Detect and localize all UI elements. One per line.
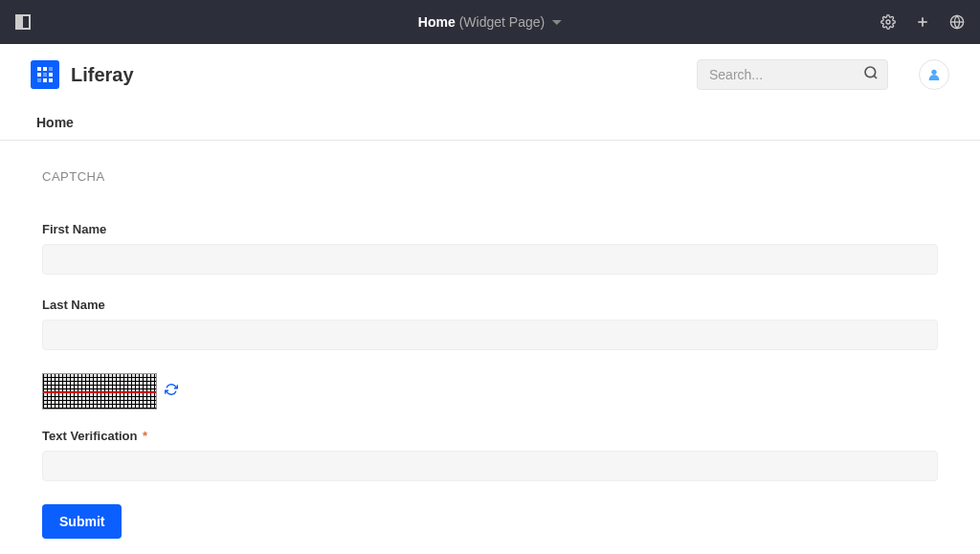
admin-top-bar: Home (Widget Page): [0, 0, 980, 44]
brand-title[interactable]: Liferay: [71, 64, 134, 86]
required-indicator: *: [143, 429, 147, 443]
main-content: CAPTCHA First Name Last Name Text Verifi…: [0, 141, 980, 554]
svg-rect-6: [43, 67, 47, 71]
search-icon: [863, 65, 879, 80]
last-name-input[interactable]: [42, 320, 938, 350]
panel-icon: [15, 14, 31, 30]
site-header: Liferay: [0, 44, 980, 105]
first-name-input[interactable]: [42, 244, 938, 275]
svg-rect-5: [37, 67, 41, 71]
svg-rect-10: [49, 73, 53, 77]
svg-rect-7: [49, 67, 53, 71]
svg-point-16: [931, 70, 936, 75]
svg-line-15: [874, 76, 877, 78]
svg-rect-9: [43, 73, 47, 77]
last-name-group: Last Name: [42, 298, 938, 350]
site-nav: Home: [0, 105, 980, 141]
liferay-logo-icon[interactable]: [31, 60, 59, 89]
logo-svg: [35, 65, 55, 84]
first-name-label: First Name: [42, 222, 938, 236]
search-input[interactable]: [697, 59, 888, 90]
svg-rect-13: [49, 78, 53, 82]
refresh-captcha-button[interactable]: [165, 383, 178, 400]
portlet-title: CAPTCHA: [42, 169, 938, 184]
svg-rect-11: [37, 78, 41, 82]
text-verification-label: Text Verification *: [42, 429, 938, 443]
svg-point-14: [865, 67, 876, 78]
chevron-down-icon: [552, 20, 562, 25]
svg-point-0: [886, 20, 890, 24]
text-verification-label-text: Text Verification: [42, 429, 137, 443]
nav-item-home[interactable]: Home: [31, 105, 79, 140]
svg-rect-8: [37, 73, 41, 77]
page-name: Home: [418, 14, 456, 30]
search-submit-button[interactable]: [863, 65, 879, 84]
last-name-label: Last Name: [42, 298, 938, 312]
user-icon: [926, 67, 942, 82]
refresh-icon: [165, 383, 178, 396]
top-bar-actions: [880, 14, 965, 30]
text-verification-input[interactable]: [42, 451, 938, 481]
svg-rect-12: [43, 78, 47, 82]
text-verification-group: Text Verification *: [42, 429, 938, 481]
toggle-side-panel-button[interactable]: [15, 14, 31, 30]
submit-button[interactable]: Submit: [42, 504, 122, 539]
add-button[interactable]: [915, 14, 930, 30]
simulation-button[interactable]: [949, 14, 965, 30]
page-selector-button[interactable]: Home (Widget Page): [418, 14, 562, 30]
user-menu-button[interactable]: [919, 59, 949, 90]
plus-icon: [915, 14, 930, 30]
search-wrapper: [697, 59, 888, 90]
captcha-row: [42, 373, 938, 410]
globe-icon: [949, 14, 965, 30]
first-name-group: First Name: [42, 222, 938, 275]
page-type: (Widget Page): [459, 14, 545, 30]
gear-icon: [880, 14, 896, 30]
settings-button[interactable]: [880, 14, 896, 30]
captcha-image: [42, 373, 157, 410]
